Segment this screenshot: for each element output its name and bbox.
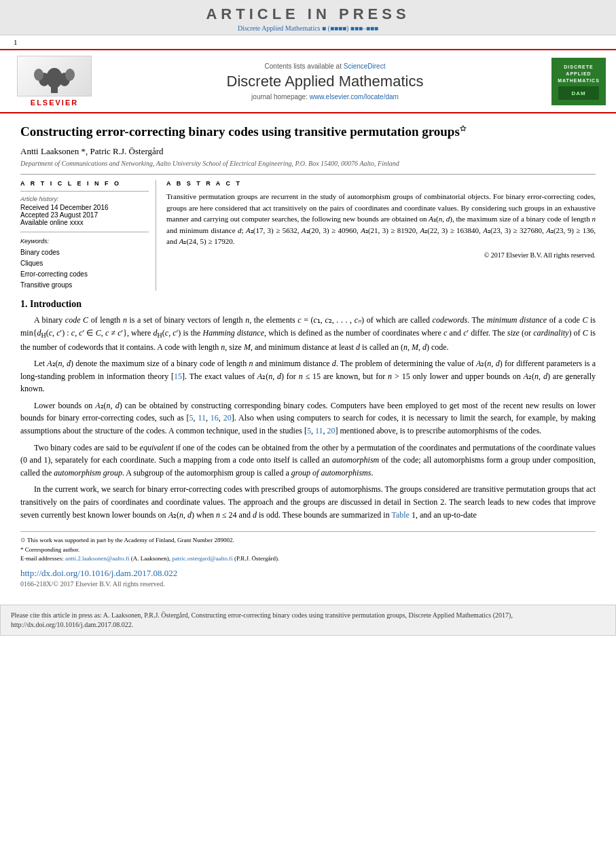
- ref-11b[interactable]: 11: [315, 426, 323, 435]
- intro-para-5: In the current work, we search for binar…: [20, 483, 596, 521]
- elsevier-text: ELSEVIER: [31, 99, 78, 107]
- journal-ref: Discrete Applied Mathematics ■ (■■■■) ■■…: [0, 24, 616, 32]
- footnote-section: ✩ This work was supported in part by the…: [20, 531, 596, 564]
- doi-link[interactable]: http://dx.doi.org/10.1016/j.dam.2017.08.…: [20, 568, 177, 578]
- keywords-label: Keywords:: [20, 238, 149, 245]
- footnote-star: ✩ This work was supported in part by the…: [20, 536, 596, 545]
- svg-point-5: [65, 69, 75, 81]
- journal-title: Discrete Applied Mathematics: [112, 73, 538, 90]
- bottom-notice: Please cite this article in press as: A.…: [0, 605, 616, 636]
- journal-logo-right: DISCRETE APPLIED MATHEMATICS DAM: [551, 58, 606, 105]
- title-footnote-mark: ✩: [460, 124, 466, 132]
- ref-5b[interactable]: 5: [307, 426, 311, 435]
- ref-16[interactable]: 16: [211, 413, 219, 423]
- ref-11[interactable]: 11: [198, 413, 206, 423]
- article-info-column: A R T I C L E I N F O Article history: R…: [20, 180, 156, 291]
- intro-para-2: Let A₂(n, d) denote the maximum size of …: [20, 357, 596, 395]
- doi-section: http://dx.doi.org/10.1016/j.dam.2017.08.…: [20, 568, 596, 588]
- intro-para-1: A binary code C of length n is a set of …: [20, 314, 596, 353]
- footnote-emails: E-mail addresses: antti.2.laaksonen@aalt…: [20, 554, 596, 564]
- article-in-press-banner: ARTICLE IN PRESS Discrete Applied Mathem…: [0, 0, 616, 35]
- journal-homepage: journal homepage: www.elsevier.com/locat…: [112, 93, 538, 101]
- abstract-text: Transitive permutation groups are recurr…: [166, 191, 596, 247]
- journal-header: ELSEVIER Contents lists available at Sci…: [0, 49, 616, 113]
- svg-text:DAM: DAM: [571, 90, 585, 96]
- contents-line: Contents lists available at ScienceDirec…: [112, 62, 538, 70]
- main-content: Constructing error-correcting binary cod…: [0, 113, 616, 598]
- elsevier-logo-image: [17, 56, 92, 96]
- article-title-section: Constructing error-correcting binary cod…: [20, 124, 596, 167]
- intro-para-4: Two binary codes are said to be equivale…: [20, 442, 596, 480]
- keyword-3: Error-correcting codes: [20, 269, 149, 280]
- intro-para-3: Lower bounds on A₂(n, d) can be obtained…: [20, 399, 596, 437]
- two-column-section: A R T I C L E I N F O Article history: R…: [20, 174, 596, 291]
- keyword-4: Transitive groups: [20, 280, 149, 291]
- svg-text:DISCRETE: DISCRETE: [564, 65, 593, 69]
- abstract-heading: A B S T R A C T: [166, 180, 596, 187]
- email-link-1[interactable]: antti.2.laaksonen@aalto.fi: [65, 555, 130, 562]
- available-online: Available online xxxx: [20, 219, 149, 226]
- journal-center: Contents lists available at ScienceDirec…: [98, 62, 551, 101]
- intro-title: 1. Introduction: [20, 299, 596, 310]
- body-section: 1. Introduction A binary code C of lengt…: [20, 299, 596, 521]
- email-link-2[interactable]: patric.ostergard@aalto.fi: [172, 555, 233, 562]
- page-number: 1: [0, 35, 616, 49]
- abstract-section: A B S T R A C T Transitive permutation g…: [166, 180, 596, 291]
- article-title: Constructing error-correcting binary cod…: [20, 124, 596, 141]
- aip-title: ARTICLE IN PRESS: [0, 5, 616, 23]
- received-date: Received 14 December 2016: [20, 204, 149, 211]
- ref-5[interactable]: 5: [189, 413, 194, 423]
- ref-20b[interactable]: 20: [327, 426, 335, 435]
- svg-text:MATHEMATICS: MATHEMATICS: [558, 78, 600, 83]
- keywords-divider: [20, 232, 149, 232]
- dam-logo-svg: DISCRETE APPLIED MATHEMATICS DAM: [555, 59, 602, 103]
- ref-20[interactable]: 20: [223, 413, 232, 423]
- history-label: Article history:: [20, 196, 149, 202]
- elsevier-tree-svg: [24, 58, 85, 95]
- ref-15[interactable]: 15: [174, 372, 182, 381]
- svg-point-4: [34, 69, 43, 81]
- info-divider: [20, 191, 149, 192]
- abstract-copyright: © 2017 Elsevier B.V. All rights reserved…: [166, 251, 596, 259]
- sciencedirect-link[interactable]: ScienceDirect: [344, 62, 386, 70]
- footnote-corresponding: * Corresponding author.: [20, 545, 596, 555]
- accepted-date: Accepted 23 August 2017: [20, 211, 149, 219]
- authors: Antti Laaksonen *, Patric R.J. Östergård: [20, 146, 596, 157]
- table-1-ref[interactable]: Table: [391, 510, 409, 520]
- journal-homepage-link[interactable]: www.elsevier.com/locate/dam: [310, 93, 399, 101]
- keyword-1: Binary codes: [20, 247, 149, 258]
- page: ARTICLE IN PRESS Discrete Applied Mathem…: [0, 0, 616, 841]
- keyword-2: Cliques: [20, 258, 149, 269]
- svg-text:APPLIED: APPLIED: [566, 71, 591, 76]
- issn-copyright: 0166-218X/© 2017 Elsevier B.V. All right…: [20, 580, 596, 588]
- article-info-heading: A R T I C L E I N F O: [20, 180, 149, 187]
- affiliation: Department of Communications and Network…: [20, 160, 596, 167]
- elsevier-logo: ELSEVIER: [10, 56, 98, 107]
